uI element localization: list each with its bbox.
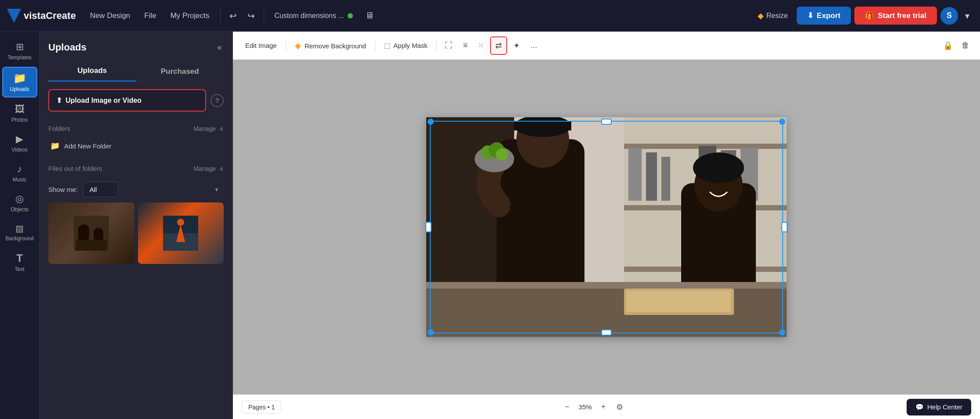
svg-point-26 (496, 148, 508, 161)
undo-icon: ↩ (229, 11, 237, 21)
show-me-select[interactable]: All Images Videos (83, 182, 118, 197)
crop-button[interactable]: ⛶ (440, 37, 457, 54)
sidebar-item-background[interactable]: ▨ Background (2, 219, 37, 246)
videos-icon: ▶ (16, 134, 23, 145)
settings-icon: ⚙ (616, 403, 623, 412)
add-folder-item[interactable]: 📁 Add New Folder (48, 137, 224, 155)
export-icon: ⬇ (807, 11, 813, 20)
sidebar-item-label-templates: Templates (7, 54, 32, 61)
flip-icon: ⇄ (495, 41, 502, 51)
remove-background-button[interactable]: ◆ Remove Background (290, 38, 371, 53)
objects-icon: ◎ (15, 193, 24, 205)
sidebar-item-photos[interactable]: 🖼 Photos (2, 99, 37, 127)
toolbar-divider-3 (436, 40, 437, 52)
user-menu-chevron[interactable]: ▾ (962, 8, 973, 24)
redo-button[interactable]: ↪ (244, 8, 258, 24)
files-section: Files out of folders Manage ∧ Show me: A… (48, 160, 224, 264)
upload-image-button[interactable]: ⬆ Upload Image or Video (48, 89, 206, 112)
chat-icon: 💬 (915, 403, 924, 411)
zoom-out-button[interactable]: − (561, 400, 573, 414)
files-manage-button[interactable]: Manage (193, 165, 216, 172)
panel-tabs: Uploads Purchased (48, 61, 224, 82)
canvas-toolbar: Edit Image ◆ Remove Background ⬚ Apply M… (233, 32, 980, 60)
canvas-image[interactable] (426, 117, 787, 337)
transparency-button[interactable]: ⁙ (474, 38, 488, 53)
sidebar-item-uploads[interactable]: 📁 Uploads (2, 67, 37, 98)
svg-point-6 (177, 219, 184, 226)
templates-icon: ⊞ (16, 41, 24, 53)
pages-badge[interactable]: Pages • 1 (242, 401, 281, 414)
apply-mask-button[interactable]: ⬚ Apply Mask (379, 39, 433, 52)
file-menu-button[interactable]: File (139, 9, 161, 23)
sparkle-button[interactable]: ✦ (509, 37, 524, 54)
sidebar-item-templates[interactable]: ⊞ Templates (2, 37, 37, 65)
photos-icon: 🖼 (15, 104, 25, 115)
my-projects-button[interactable]: My Projects (165, 9, 215, 23)
dimension-selector[interactable]: Custom dimensions ... (269, 9, 358, 22)
screen-icon-button[interactable]: 🖥 (362, 8, 377, 23)
text-icon: T (16, 252, 23, 264)
trial-button[interactable]: 🎁 Start free trial (854, 7, 937, 25)
sparkle-icon: ✦ (513, 41, 520, 51)
logo[interactable]: vistaCreate (7, 9, 76, 23)
dimension-label: Custom dimensions ... (275, 12, 344, 20)
svg-rect-12 (628, 148, 642, 201)
svg-rect-32 (426, 282, 787, 289)
bottom-bar: Pages • 1 − 35% + ⚙ 💬 Help Center (233, 394, 980, 419)
show-me-label: Show me: (48, 186, 78, 193)
files-label: Files out of folders (48, 165, 102, 172)
sidebar-item-music[interactable]: ♪ Music (2, 159, 37, 187)
edit-image-button[interactable]: Edit Image (240, 39, 282, 52)
help-center-button[interactable]: 💬 Help Center (907, 399, 971, 415)
svg-point-30 (693, 152, 744, 183)
tab-purchased[interactable]: Purchased (136, 61, 224, 82)
undo-button[interactable]: ↩ (226, 8, 240, 24)
files-section-header[interactable]: Files out of folders Manage ∧ (48, 160, 224, 177)
svg-rect-27 (510, 205, 576, 284)
export-button[interactable]: ⬇ Export (797, 7, 851, 25)
sidebar-item-label-text: Text (15, 266, 24, 272)
new-design-button[interactable]: New Design (85, 9, 136, 23)
thumbnail-kitchen[interactable] (48, 202, 134, 264)
upload-button-row: ⬆ Upload Image or Video ? (48, 89, 224, 112)
redo-icon: ↪ (247, 11, 255, 21)
green-dot-icon (348, 13, 353, 18)
zoom-in-button[interactable]: + (598, 400, 610, 414)
tab-uploads[interactable]: Uploads (48, 61, 136, 82)
lines-button[interactable]: ≡ (459, 37, 472, 54)
files-chevron-icon: ∧ (219, 165, 224, 172)
delete-button[interactable]: 🗑 (958, 37, 973, 54)
icon-sidebar: ⊞ Templates 📁 Uploads 🖼 Photos ▶ Videos … (0, 32, 40, 419)
user-avatar-button[interactable]: S (940, 7, 958, 25)
sidebar-item-videos[interactable]: ▶ Videos (2, 129, 37, 157)
canvas-settings-button[interactable]: ⚙ (613, 400, 627, 415)
sidebar-item-objects[interactable]: ◎ Objects (2, 189, 37, 217)
nav-divider-1 (220, 9, 221, 23)
main-layout: ⊞ Templates 📁 Uploads 🖼 Photos ▶ Videos … (0, 32, 980, 419)
more-options-button[interactable]: ... (526, 37, 541, 54)
more-icon: ... (530, 41, 537, 50)
files-actions: Manage ∧ (193, 165, 224, 172)
folder-add-icon: 📁 (50, 141, 60, 151)
sidebar-item-label-uploads: Uploads (10, 86, 29, 92)
thumbnail-skater-image (138, 202, 224, 264)
toolbar-divider-1 (286, 40, 286, 52)
thumbnail-skater[interactable] (138, 202, 224, 264)
resize-button[interactable]: ◆ Resize (752, 8, 793, 23)
remove-bg-gem-icon: ◆ (295, 41, 301, 50)
lock-button[interactable]: 🔒 (940, 37, 956, 54)
folders-section-header[interactable]: Folders Manage ∧ (48, 120, 224, 137)
collapse-panel-button[interactable]: « (215, 40, 224, 54)
lock-icon: 🔒 (943, 41, 953, 50)
canvas-page[interactable] (426, 117, 787, 337)
sidebar-item-text[interactable]: T Text (2, 248, 37, 277)
flip-button[interactable]: ⇄ (490, 36, 507, 55)
toolbar-divider-2 (375, 40, 375, 52)
music-icon: ♪ (17, 163, 22, 175)
folders-actions: Manage ∧ (193, 125, 224, 132)
svg-rect-14 (661, 157, 670, 201)
folders-manage-button[interactable]: Manage (193, 125, 216, 132)
upload-help-button[interactable]: ? (211, 94, 224, 107)
gift-icon: 🎁 (865, 11, 874, 20)
monitor-icon: 🖥 (365, 11, 374, 21)
